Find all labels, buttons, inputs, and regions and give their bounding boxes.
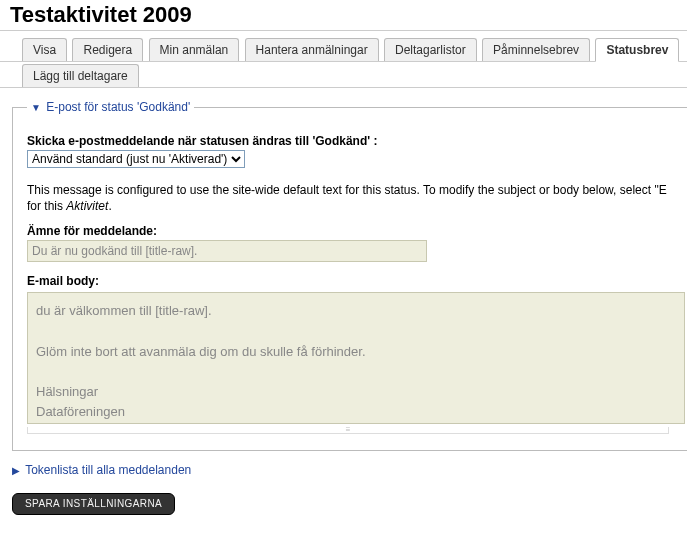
email-body-textarea[interactable]: du är välkommen till [title-raw]. Glöm i… — [27, 292, 685, 424]
tab-deltagarlistor[interactable]: Deltagarlistor — [384, 38, 477, 61]
submit-bar: SPARA INSTÄLLNINGARNA — [12, 493, 675, 515]
tab-hantera-anmalningar[interactable]: Hantera anmälningar — [245, 38, 379, 61]
primary-tabs-row2: Lägg till deltagare — [0, 62, 687, 88]
save-settings-button[interactable]: SPARA INSTÄLLNINGARNA — [12, 493, 175, 515]
info-suffix-end: . — [108, 199, 111, 213]
expand-right-icon: ▶ — [12, 465, 20, 476]
fieldset-legend-godkand[interactable]: ▼ E-post för status 'Godkänd' — [27, 100, 194, 114]
content-area: ▼ E-post för status 'Godkänd' Skicka e-p… — [0, 88, 687, 527]
fieldset-tokenlista-text: Tokenlista till alla meddelanden — [25, 463, 191, 477]
textarea-resize-handle[interactable]: ≡ — [27, 427, 669, 434]
subject-label: Ämne för meddelande: — [27, 224, 685, 238]
tab-redigera[interactable]: Redigera — [72, 38, 143, 61]
send-email-label: Skicka e-postmeddelande när statusen änd… — [27, 134, 685, 148]
fieldset-legend-text: E-post för status 'Godkänd' — [46, 100, 190, 114]
primary-tabs-row1: Visa Redigera Min anmälan Hantera anmäln… — [0, 35, 687, 62]
fieldset-legend-tokenlista[interactable]: ▶ Tokenlista till alla meddelanden — [12, 463, 191, 477]
tab-paminnelsebrev[interactable]: Påminnelsebrev — [482, 38, 590, 61]
fieldset-epost-godkand: ▼ E-post för status 'Godkänd' Skicka e-p… — [12, 100, 687, 451]
info-em: Aktivitet — [66, 199, 108, 213]
default-info-text: This message is configured to use the si… — [27, 182, 685, 214]
tab-min-anmalan[interactable]: Min anmälan — [149, 38, 240, 61]
info-prefix: This message is configured to use the si… — [27, 183, 667, 197]
subject-input[interactable] — [27, 240, 427, 262]
info-suffix-prefix: for this — [27, 199, 66, 213]
tab-visa[interactable]: Visa — [22, 38, 67, 61]
tab-lagg-till-deltagare[interactable]: Lägg till deltagare — [22, 64, 139, 87]
collapse-down-icon: ▼ — [31, 102, 41, 113]
page-title: Testaktivitet 2009 — [0, 0, 687, 31]
tab-statusbrev[interactable]: Statusbrev — [595, 38, 679, 62]
fieldset-tokenlista: ▶ Tokenlista till alla meddelanden — [12, 463, 675, 483]
send-email-select[interactable]: Använd standard (just nu 'Aktiverad') — [27, 150, 245, 168]
body-label: E-mail body: — [27, 274, 685, 288]
